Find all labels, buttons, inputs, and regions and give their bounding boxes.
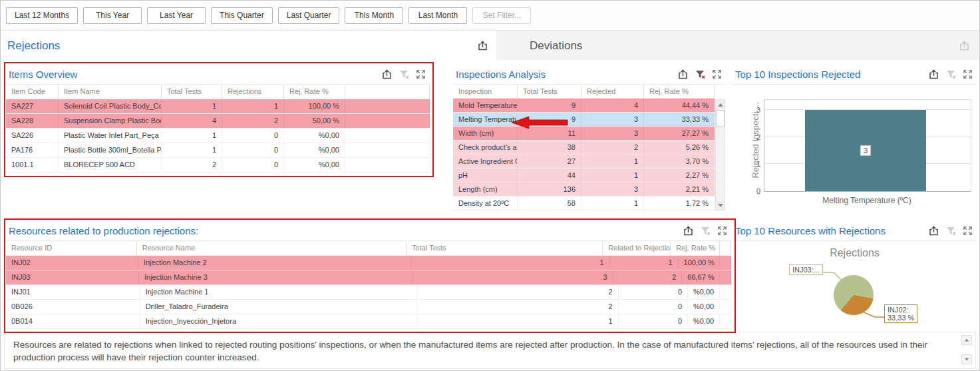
tab-deviations[interactable]: Deviations bbox=[496, 31, 979, 60]
table-cell: 0B026 bbox=[6, 300, 140, 314]
clear-filter-icon[interactable] bbox=[945, 69, 957, 80]
column-header[interactable]: Total Tests bbox=[407, 241, 603, 255]
table-row[interactable]: Active Ingredient Conc...2713,70 % bbox=[453, 155, 715, 169]
description-text: Resources are related to rejections when… bbox=[5, 332, 975, 364]
table-cell-filler bbox=[720, 270, 731, 284]
table-cell: 50,00 % bbox=[284, 114, 345, 128]
y-axis-tick: 3 bbox=[744, 106, 760, 114]
table-cell: 1 bbox=[411, 256, 610, 270]
clear-filter-icon[interactable] bbox=[399, 69, 410, 80]
table-row[interactable]: 0B014Injection_Inyección_Injetora10%0,00 bbox=[6, 314, 731, 329]
bar-melting-temperature[interactable]: 3 bbox=[805, 110, 926, 191]
column-header[interactable]: Rejections bbox=[222, 85, 284, 99]
scroll-up-button[interactable] bbox=[716, 100, 725, 109]
column-header[interactable]: Resource Name bbox=[137, 241, 407, 255]
export-icon[interactable] bbox=[928, 69, 939, 80]
filter-button-last-month[interactable]: Last Month bbox=[408, 7, 467, 24]
export-icon[interactable] bbox=[928, 225, 939, 236]
filter-button-this-year[interactable]: This Year bbox=[83, 7, 142, 24]
scroll-down-button[interactable] bbox=[961, 354, 972, 364]
scroll-down-button[interactable] bbox=[716, 200, 725, 210]
pie-chart[interactable] bbox=[834, 275, 874, 315]
clear-filter-icon[interactable] bbox=[945, 225, 957, 236]
table-cell: Plastic Bottle 300ml_Botella Plástica 3.… bbox=[59, 143, 162, 157]
column-header[interactable]: Inspection bbox=[453, 85, 518, 98]
table-cell: 1 bbox=[581, 169, 644, 182]
table-header-row: InspectionTotal TestsRejectedRej. Rate % bbox=[453, 85, 715, 99]
table-row[interactable]: PA176Plastic Bottle 300ml_Botella Plásti… bbox=[6, 143, 430, 158]
table-row[interactable]: SA227Solenoid Coil Plastic Body_Corpo Pl… bbox=[6, 99, 430, 114]
table-cell: 1 bbox=[162, 143, 222, 157]
table-row[interactable]: INJ02Injection Machine 211100,00 % bbox=[6, 256, 731, 270]
clear-filter-icon[interactable] bbox=[695, 69, 706, 80]
table-cell: 1 bbox=[162, 99, 222, 113]
export-icon[interactable] bbox=[683, 225, 694, 236]
table-cell: Mold Temperature (ºC) bbox=[453, 99, 518, 112]
filter-button-last-quarter[interactable]: Last Quarter bbox=[278, 7, 340, 24]
table-cell: 66,67 % bbox=[682, 270, 720, 284]
column-header[interactable]: Rejected bbox=[581, 85, 644, 98]
clear-filter-icon[interactable] bbox=[700, 225, 711, 236]
table-row[interactable]: SA226Plastic Water Inlet Part_Peça Plást… bbox=[6, 129, 430, 143]
filter-button-last-12-months[interactable]: Last 12 Months bbox=[6, 7, 78, 24]
table-row[interactable]: pH4412,27 % bbox=[453, 169, 715, 183]
column-header[interactable]: Total Tests bbox=[162, 85, 222, 99]
tab-deviations-label: Deviations bbox=[530, 39, 582, 53]
filter-button-last-year[interactable]: Last Year bbox=[147, 7, 206, 24]
table-cell: 2,27 % bbox=[644, 169, 715, 182]
column-header[interactable]: Item Name bbox=[59, 85, 162, 99]
table-row[interactable]: INJ03Injection Machine 33266,67 % bbox=[6, 270, 731, 285]
quality-dashboard: Last 12 Months This Year Last Year This … bbox=[0, 0, 980, 371]
tab-rejections[interactable]: Rejections bbox=[1, 31, 496, 60]
column-header[interactable]: Related to Rejections bbox=[603, 241, 671, 255]
table-row[interactable]: Mold Temperature (ºC)9444,44 % bbox=[453, 99, 715, 113]
column-header[interactable]: Resource ID bbox=[6, 241, 137, 255]
maximize-icon[interactable] bbox=[416, 69, 426, 79]
maximize-icon[interactable] bbox=[712, 69, 722, 79]
maximize-icon[interactable] bbox=[717, 226, 727, 236]
set-filter-button[interactable]: Set Filter... bbox=[472, 7, 531, 24]
table-row[interactable]: SA228Suspension Clamp Plastic Body_Cuer.… bbox=[6, 114, 430, 129]
table-row[interactable]: 1001.1BLORECEP 500 ACD20%0,00 bbox=[6, 158, 430, 173]
column-header[interactable]: Total Tests bbox=[518, 85, 581, 98]
scroll-up-button[interactable] bbox=[961, 335, 972, 345]
export-icon[interactable] bbox=[477, 40, 488, 51]
table-cell: 3 bbox=[581, 127, 644, 140]
table-row[interactable]: Density at 20ºC5811,72 % bbox=[453, 196, 715, 210]
bar-value-label: 3 bbox=[860, 145, 871, 156]
table-cell: 0 bbox=[222, 143, 284, 157]
column-header-filler bbox=[345, 85, 430, 99]
maximize-icon[interactable] bbox=[963, 69, 973, 79]
export-icon[interactable] bbox=[381, 69, 393, 80]
column-header[interactable]: Rej. Rate % bbox=[644, 85, 715, 98]
bar-chart-plot-area: 01233 bbox=[764, 99, 971, 192]
column-header[interactable]: Rej. Rate % bbox=[284, 85, 345, 99]
column-header[interactable]: Item Code bbox=[6, 85, 59, 99]
export-icon[interactable] bbox=[677, 69, 689, 80]
table-row[interactable]: 0B026Driller_Taladro_Furadeira20%0,00 bbox=[6, 300, 731, 314]
column-header[interactable]: Rej. Rate % bbox=[671, 241, 720, 255]
table-cell: Check product's appea... bbox=[453, 141, 518, 154]
table-cell: 3 bbox=[581, 183, 644, 196]
y-axis-tick: 2 bbox=[744, 133, 760, 141]
table-cell: 1 bbox=[222, 99, 284, 113]
filter-button-this-quarter[interactable]: This Quarter bbox=[211, 7, 273, 24]
table-cell: 27,27 % bbox=[644, 127, 715, 140]
table-cell: Width (cm) bbox=[453, 127, 518, 140]
table-cell: 2 bbox=[162, 158, 222, 172]
table-cell: 4 bbox=[581, 99, 644, 112]
filter-button-this-month[interactable]: This Month bbox=[345, 7, 403, 24]
table-row[interactable]: INJ01Injection Machine 120%0,00 bbox=[6, 285, 731, 300]
maximize-icon[interactable] bbox=[963, 226, 973, 236]
table-cell: SA227 bbox=[6, 99, 59, 113]
y-axis-tick: 1 bbox=[744, 160, 760, 168]
table-row[interactable]: Length (cm)13632,21 % bbox=[453, 183, 715, 196]
export-icon[interactable] bbox=[959, 40, 970, 51]
table-row[interactable]: Width (cm)11327,27 % bbox=[453, 127, 715, 141]
table-cell-filler bbox=[720, 256, 731, 270]
table-cell: 58 bbox=[518, 196, 581, 210]
scrollbar-thumb[interactable] bbox=[716, 110, 725, 127]
table-row[interactable]: Check product's appea...3825,26 % bbox=[453, 141, 715, 155]
table-row[interactable]: Melting Temperature (º...9333,33 % bbox=[453, 113, 715, 127]
vertical-scrollbar[interactable] bbox=[715, 99, 725, 210]
